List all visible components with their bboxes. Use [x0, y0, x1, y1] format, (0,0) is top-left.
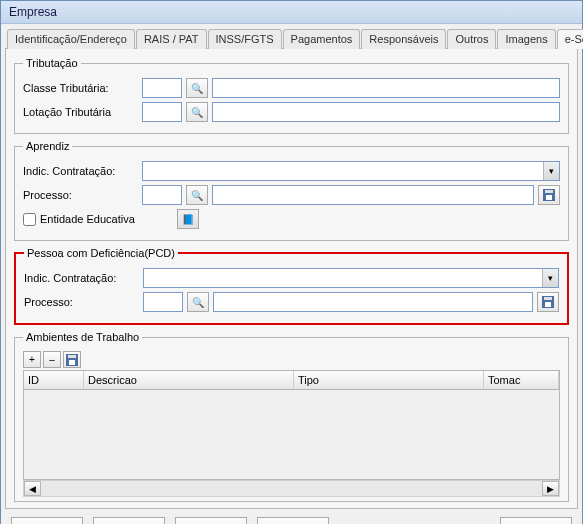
- binoculars-icon: 🔍: [192, 297, 204, 308]
- aprendiz-indic-combo[interactable]: ▾: [142, 161, 560, 181]
- tab-inss-fgts[interactable]: INSS/FGTS: [208, 29, 282, 49]
- tab-outros[interactable]: Outros: [447, 29, 496, 49]
- aprendiz-processo-code[interactable]: [142, 185, 182, 205]
- gravar-button[interactable]: Gravar: [175, 517, 247, 524]
- group-aprendiz: Aprendiz Indic. Contratação: ▾ Processo:…: [14, 140, 569, 241]
- horizontal-scrollbar[interactable]: ◀ ▶: [23, 480, 560, 497]
- content: Identificação/Endereço RAIS / PAT INSS/F…: [1, 24, 582, 524]
- book-icon: 📘: [182, 214, 194, 225]
- group-ambientes: Ambientes de Trabalho + – ID Descricao T…: [14, 331, 569, 502]
- binoculars-icon: 🔍: [191, 83, 203, 94]
- pcd-indic-value[interactable]: [144, 269, 542, 287]
- binoculars-icon: 🔍: [191, 190, 203, 201]
- tab-rais-pat[interactable]: RAIS / PAT: [136, 29, 207, 49]
- label-aprendiz-processo: Processo:: [23, 189, 138, 201]
- lookup-lotacao-tributaria[interactable]: 🔍: [186, 102, 208, 122]
- tab-pagamentos[interactable]: Pagamentos: [283, 29, 361, 49]
- tab-responsaveis[interactable]: Responsáveis: [361, 29, 446, 49]
- label-aprendiz-indic: Indic. Contratação:: [23, 165, 138, 177]
- col-id[interactable]: ID: [24, 371, 84, 389]
- pcd-processo-code[interactable]: [143, 292, 183, 312]
- classe-tributaria-desc[interactable]: [212, 78, 560, 98]
- label-lotacao-tributaria: Lotação Tributária: [23, 106, 138, 118]
- label-pcd-processo: Processo:: [24, 296, 139, 308]
- table-header: ID Descricao Tipo Tomac: [23, 370, 560, 390]
- legend-pcd: Pessoa com Deficiência(PCD): [24, 247, 178, 259]
- lookup-aprendiz-processo[interactable]: 🔍: [186, 185, 208, 205]
- pcd-indic-combo[interactable]: ▾: [143, 268, 559, 288]
- button-bar: Inserir Excluir Gravar Cancelar Sair: [5, 509, 578, 524]
- tab-pane-esocial: Tributação Classe Tributária: 🔍 Lotação …: [5, 49, 578, 509]
- col-tomador[interactable]: Tomac: [484, 371, 559, 389]
- window: Empresa Identificação/Endereço RAIS / PA…: [0, 0, 583, 524]
- classe-tributaria-code[interactable]: [142, 78, 182, 98]
- col-tipo[interactable]: Tipo: [294, 371, 484, 389]
- aprendiz-indic-value[interactable]: [143, 162, 543, 180]
- floppy-icon: [66, 354, 78, 366]
- save-pcd-processo[interactable]: [537, 292, 559, 312]
- scroll-right-icon[interactable]: ▶: [542, 481, 559, 496]
- inserir-button: Inserir: [11, 517, 83, 524]
- aprendiz-entidade-label: Entidade Educativa: [40, 213, 135, 225]
- aprendiz-entidade-input[interactable]: [23, 213, 36, 226]
- aprendiz-processo-desc[interactable]: [212, 185, 534, 205]
- tab-imagens[interactable]: Imagens: [497, 29, 555, 49]
- group-tributacao: Tributação Classe Tributária: 🔍 Lotação …: [14, 57, 569, 134]
- tab-bar: Identificação/Endereço RAIS / PAT INSS/F…: [5, 28, 578, 49]
- save-table-button[interactable]: [63, 351, 81, 368]
- lookup-classe-tributaria[interactable]: 🔍: [186, 78, 208, 98]
- table-body[interactable]: [23, 390, 560, 480]
- label-pcd-indic: Indic. Contratação:: [24, 272, 139, 284]
- floppy-icon: [543, 189, 555, 201]
- lotacao-tributaria-code[interactable]: [142, 102, 182, 122]
- window-title: Empresa: [1, 1, 582, 24]
- aprendiz-entidade-checkbox[interactable]: Entidade Educativa: [23, 213, 135, 226]
- plus-icon: +: [29, 354, 35, 365]
- scroll-left-icon[interactable]: ◀: [24, 481, 41, 496]
- tab-esocial[interactable]: e-Social: [557, 29, 583, 49]
- pcd-processo-desc[interactable]: [213, 292, 533, 312]
- minus-icon: –: [49, 354, 55, 365]
- lookup-pcd-processo[interactable]: 🔍: [187, 292, 209, 312]
- group-pcd: Pessoa com Deficiência(PCD) Indic. Contr…: [14, 247, 569, 325]
- excluir-button: Excluir: [93, 517, 165, 524]
- sair-button: Sair: [500, 517, 572, 524]
- label-classe-tributaria: Classe Tributária:: [23, 82, 138, 94]
- remove-row-button[interactable]: –: [43, 351, 61, 368]
- chevron-down-icon[interactable]: ▾: [543, 162, 559, 180]
- legend-aprendiz: Aprendiz: [23, 140, 72, 152]
- cancelar-button[interactable]: Cancelar: [257, 517, 329, 524]
- save-aprendiz-processo[interactable]: [538, 185, 560, 205]
- legend-ambientes: Ambientes de Trabalho: [23, 331, 142, 343]
- binoculars-icon: 🔍: [191, 107, 203, 118]
- aprendiz-entidade-book: 📘: [177, 209, 199, 229]
- legend-tributacao: Tributação: [23, 57, 81, 69]
- tab-identificacao[interactable]: Identificação/Endereço: [7, 29, 135, 49]
- chevron-down-icon[interactable]: ▾: [542, 269, 558, 287]
- add-row-button[interactable]: +: [23, 351, 41, 368]
- col-descricao[interactable]: Descricao: [84, 371, 294, 389]
- lotacao-tributaria-desc[interactable]: [212, 102, 560, 122]
- floppy-icon: [542, 296, 554, 308]
